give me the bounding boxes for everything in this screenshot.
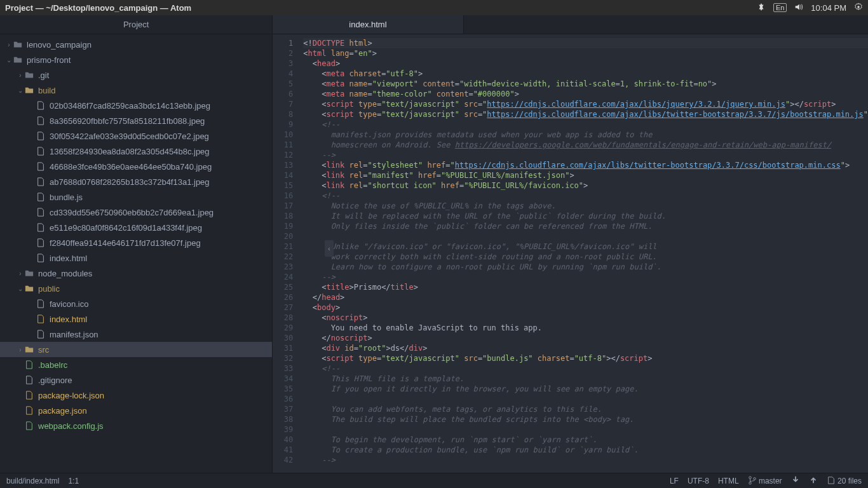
tree-item[interactable]: index.html bbox=[0, 250, 272, 266]
tree-label: 02b03486f7cad8259caa3bdc14c13ebb.jpeg bbox=[50, 101, 210, 111]
tree-label: favicon.ico bbox=[50, 299, 88, 309]
editor-tabs: index.html bbox=[273, 15, 868, 34]
tree-label: lenovo_campaign bbox=[27, 40, 92, 50]
tree-item[interactable]: 46688e3fce49b36e0aee464ee50ba740.jpeg bbox=[0, 159, 272, 174]
status-eol[interactable]: LF bbox=[670, 477, 679, 485]
tree-label: package.json bbox=[38, 406, 87, 416]
tree-label: e511e9c80af0f8642c16f09d1a433f4f.jpeg bbox=[50, 223, 202, 233]
gear-icon[interactable] bbox=[854, 3, 863, 13]
folder-icon bbox=[24, 283, 34, 294]
folder-icon bbox=[13, 39, 23, 50]
file-icon bbox=[36, 100, 46, 111]
code-area[interactable]: <!DOCTYPE html><html lang="en"> <head> <… bbox=[298, 34, 868, 473]
language-indicator[interactable]: En bbox=[773, 3, 787, 12]
tree-label: 30f053422afe033e39d0d5cedb0c07e2.jpeg bbox=[50, 132, 209, 141]
file-icon bbox=[36, 131, 46, 141]
tree-item[interactable]: 8a3656920fbbfc7575fa8518211fb088.jpeg bbox=[0, 113, 272, 128]
tree-item[interactable]: 02b03486f7cad8259caa3bdc14c13ebb.jpeg bbox=[0, 98, 272, 113]
sound-icon[interactable] bbox=[794, 3, 803, 13]
git-fetch-icon[interactable] bbox=[791, 475, 800, 486]
file-icon bbox=[24, 360, 34, 370]
network-icon[interactable] bbox=[757, 3, 766, 13]
tree-label: public bbox=[38, 284, 60, 294]
line-gutter: 1234567891011121314151617181920212223242… bbox=[273, 34, 298, 473]
status-files[interactable]: 20 files bbox=[827, 476, 862, 485]
tree-label: prismo-front bbox=[27, 55, 71, 65]
file-icon bbox=[36, 192, 46, 202]
tree-item[interactable]: ›src bbox=[0, 342, 272, 357]
file-tree[interactable]: ›lenovo_campaign⌄prismo-front›.git⌄build… bbox=[0, 34, 272, 473]
git-push-icon[interactable] bbox=[809, 475, 818, 486]
tree-item[interactable]: manifest.json bbox=[0, 327, 272, 342]
folder-icon bbox=[24, 70, 34, 80]
system-menubar: Project — ~/Desktop/lenovo_campaign — At… bbox=[0, 0, 868, 15]
tree-label: node_modules bbox=[38, 269, 92, 278]
file-icon bbox=[36, 253, 46, 263]
svg-point-2 bbox=[749, 482, 751, 485]
sidebar-header: Project bbox=[0, 15, 272, 34]
file-icon bbox=[36, 314, 46, 324]
tree-label: .git bbox=[38, 71, 49, 80]
clock[interactable]: 10:04 PM bbox=[811, 3, 846, 13]
tree-item[interactable]: .babelrc bbox=[0, 357, 272, 372]
tree-item[interactable]: 13658f284930ea8da08f2a305d454b8c.jpeg bbox=[0, 144, 272, 159]
tree-item[interactable]: favicon.ico bbox=[0, 296, 272, 311]
status-language[interactable]: HTML bbox=[718, 477, 739, 485]
file-icon bbox=[36, 222, 46, 233]
tree-label: package-lock.json bbox=[38, 391, 104, 400]
tree-item[interactable]: 30f053422afe033e39d0d5cedb0c07e2.jpeg bbox=[0, 128, 272, 144]
tab-index-html[interactable]: index.html bbox=[273, 15, 463, 34]
tree-item[interactable]: ›lenovo_campaign bbox=[0, 37, 272, 52]
folder-icon bbox=[24, 344, 34, 355]
folder-icon bbox=[13, 55, 23, 65]
tree-item[interactable]: e511e9c80af0f8642c16f09d1a433f4f.jpeg bbox=[0, 220, 272, 235]
tree-item[interactable]: ›node_modules bbox=[0, 266, 272, 281]
svg-point-3 bbox=[753, 478, 756, 480]
project-sidebar: Project ›lenovo_campaign⌄prismo-front›.g… bbox=[0, 15, 273, 473]
tree-label: manifest.json bbox=[50, 330, 98, 339]
file-icon bbox=[36, 329, 46, 339]
fold-handle[interactable]: ‹ bbox=[325, 240, 334, 257]
tree-item[interactable]: .gitignore bbox=[0, 372, 272, 388]
tree-item[interactable]: webpack.config.js bbox=[0, 418, 272, 433]
tree-item[interactable]: ⌄public bbox=[0, 281, 272, 296]
tree-item[interactable]: ›.git bbox=[0, 67, 272, 83]
status-bar: build/index.html 1:1 LF UTF-8 HTML maste… bbox=[0, 473, 868, 488]
svg-point-1 bbox=[749, 477, 751, 479]
folder-icon bbox=[24, 268, 34, 278]
system-tray: En 10:04 PM bbox=[757, 3, 863, 13]
tree-label: 8a3656920fbbfc7575fa8518211fb088.jpeg bbox=[50, 116, 205, 126]
tree-label: cd339dd55e6750960eb6bb2c7d669ea1.jpeg bbox=[50, 208, 214, 217]
tree-item[interactable]: ⌄prismo-front bbox=[0, 52, 272, 67]
file-icon bbox=[36, 207, 46, 217]
file-icon bbox=[36, 238, 46, 248]
tree-item[interactable]: f2840ffea91414e646171fd7d13fe07f.jpeg bbox=[0, 235, 272, 250]
tree-item[interactable]: bundle.js bbox=[0, 189, 272, 205]
file-icon bbox=[36, 146, 46, 156]
file-icon bbox=[36, 116, 46, 126]
tree-item[interactable]: index.html bbox=[0, 311, 272, 327]
tree-item[interactable]: package-lock.json bbox=[0, 388, 272, 403]
code-editor[interactable]: 1234567891011121314151617181920212223242… bbox=[273, 34, 868, 473]
tree-label: bundle.js bbox=[50, 193, 83, 202]
tree-item[interactable]: cd339dd55e6750960eb6bb2c7d669ea1.jpeg bbox=[0, 205, 272, 220]
file-icon bbox=[24, 390, 34, 400]
tree-label: index.html bbox=[50, 254, 87, 263]
tree-label: index.html bbox=[50, 315, 87, 324]
file-icon bbox=[36, 177, 46, 187]
status-path[interactable]: build/index.html bbox=[6, 477, 59, 485]
file-icon bbox=[36, 161, 46, 172]
file-icon bbox=[24, 421, 34, 431]
tree-item[interactable]: ⌄build bbox=[0, 83, 272, 98]
tree-item[interactable]: ab7688d0768f28265b183c372b4f13a1.jpeg bbox=[0, 174, 272, 189]
folder-icon bbox=[24, 85, 34, 95]
editor-pane: index.html 12345678910111213141516171819… bbox=[273, 15, 868, 473]
status-encoding[interactable]: UTF-8 bbox=[688, 477, 709, 485]
tree-label: .gitignore bbox=[38, 376, 72, 385]
tree-item[interactable]: package.json bbox=[0, 403, 272, 418]
tree-label: webpack.config.js bbox=[38, 421, 104, 431]
status-cursor-pos[interactable]: 1:1 bbox=[68, 477, 79, 485]
file-icon bbox=[36, 299, 46, 309]
status-git-branch[interactable]: master bbox=[748, 476, 782, 485]
tree-label: 13658f284930ea8da08f2a305d454b8c.jpeg bbox=[50, 147, 210, 156]
